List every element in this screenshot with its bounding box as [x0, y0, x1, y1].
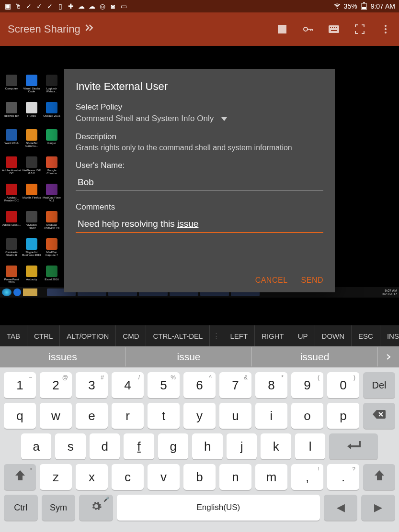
- key-8[interactable]: 8*: [255, 372, 287, 398]
- taskbar-time: 9:07 AM: [382, 289, 397, 292]
- desktop-shortcut: Recycle Bin: [2, 102, 21, 128]
- comments-input[interactable]: Need help resolving this issue: [76, 214, 323, 233]
- key-icon[interactable]: [302, 23, 314, 35]
- key-shift[interactable]: •: [4, 464, 36, 490]
- suggestion-item[interactable]: issued: [252, 347, 378, 366]
- key-w[interactable]: w: [40, 403, 72, 429]
- special-key-left[interactable]: LEFT: [223, 325, 255, 346]
- taskbar-date: 3/23/2017: [382, 292, 397, 296]
- key-space[interactable]: English(US): [117, 495, 320, 521]
- dialog-title: Invite External User: [76, 80, 323, 93]
- key-u[interactable]: u: [219, 403, 251, 429]
- svg-point-13: [385, 32, 387, 33]
- special-key-down[interactable]: DOWN: [315, 325, 352, 346]
- special-key-esc[interactable]: ESC: [352, 325, 380, 346]
- desktop-shortcut: Adobe Acrobat DC: [2, 156, 21, 183]
- special-key-right[interactable]: RIGHT: [255, 325, 291, 346]
- key-z[interactable]: z: [40, 464, 72, 490]
- key-y[interactable]: y: [183, 403, 216, 429]
- key-.[interactable]: .?: [327, 464, 359, 490]
- suggestion-item[interactable]: issue: [126, 347, 252, 366]
- more-vert-icon[interactable]: [380, 23, 391, 35]
- special-key-up[interactable]: UP: [291, 325, 315, 346]
- key-e[interactable]: e: [76, 403, 108, 429]
- desktop-shortcut: Computer: [2, 75, 21, 101]
- svg-rect-1: [363, 2, 365, 3]
- key-shift[interactable]: [363, 464, 395, 490]
- cloud-icon: ☁: [88, 2, 96, 10]
- special-key-cmd[interactable]: CMD: [116, 325, 146, 346]
- key-k[interactable]: k: [261, 433, 291, 459]
- key-7[interactable]: 7&: [219, 372, 251, 398]
- cancel-button[interactable]: CANCEL: [255, 276, 288, 285]
- svg-rect-10: [331, 30, 337, 31]
- special-key-tab[interactable]: TAB: [0, 325, 27, 346]
- suggestion-item[interactable]: issues: [0, 347, 126, 366]
- key-ctrl[interactable]: Ctrl: [4, 495, 38, 521]
- key-v[interactable]: v: [148, 464, 180, 490]
- key-a[interactable]: a: [21, 433, 51, 459]
- key-cursor-right[interactable]: ▶: [361, 495, 395, 521]
- special-key-ctrl[interactable]: CTRL: [27, 325, 60, 346]
- special-key-alt-option[interactable]: ALT/OPTION: [60, 325, 116, 346]
- fullscreen-icon[interactable]: [354, 23, 365, 35]
- key-m[interactable]: m: [255, 464, 287, 490]
- key-d[interactable]: d: [90, 433, 120, 459]
- policy-dropdown[interactable]: Command Shell and System Info Only: [76, 114, 323, 123]
- key-c[interactable]: c: [112, 464, 144, 490]
- android-status-bar: ▣ 🖱 ✓ ✓ ✓ ▯ ✚ ☁ ☁ ◎ ◙ ▭ 35% 9:07 AM: [0, 0, 399, 12]
- key-4[interactable]: 4/: [112, 372, 144, 398]
- key-f[interactable]: f: [124, 433, 154, 459]
- battery-percent: 35%: [344, 2, 357, 10]
- key-enter[interactable]: [329, 433, 378, 459]
- key-h[interactable]: h: [192, 433, 222, 459]
- key-1[interactable]: 1–: [4, 372, 36, 398]
- key-p[interactable]: p: [327, 403, 359, 429]
- key-,[interactable]: ,!: [291, 464, 323, 490]
- desktop-shortcut: Logitech Webca...: [42, 75, 61, 101]
- key-backspace[interactable]: [363, 403, 395, 429]
- policy-label: Select Policy: [76, 102, 323, 112]
- key-b[interactable]: b: [183, 464, 216, 490]
- screen-sharing-title[interactable]: Screen Sharing: [8, 23, 94, 35]
- key-s[interactable]: s: [55, 433, 85, 459]
- ie-icon: [13, 288, 21, 296]
- key-j[interactable]: j: [227, 433, 257, 459]
- key-3[interactable]: 3#: [76, 372, 108, 398]
- key-l[interactable]: l: [295, 433, 325, 459]
- send-button[interactable]: SEND: [301, 276, 323, 285]
- key-settings[interactable]: 🎤: [79, 495, 113, 521]
- key-o[interactable]: o: [291, 403, 323, 429]
- key-x[interactable]: x: [76, 464, 108, 490]
- key-r[interactable]: r: [112, 403, 144, 429]
- key-5[interactable]: 5%: [148, 372, 180, 398]
- key-6[interactable]: 6^: [183, 372, 216, 398]
- special-key-ctrl-alt-del[interactable]: CTRL-ALT-DEL: [146, 325, 210, 346]
- stop-icon[interactable]: [276, 23, 288, 35]
- key-9[interactable]: 9(: [291, 372, 323, 398]
- key-g[interactable]: g: [158, 433, 188, 459]
- desktop-shortcut: MadCap Flare V11: [42, 184, 61, 210]
- key-cursor-left[interactable]: ◀: [324, 495, 358, 521]
- wifi-icon: [333, 2, 341, 10]
- special-key-ins[interactable]: INS: [380, 325, 399, 346]
- key-i[interactable]: i: [255, 403, 287, 429]
- key-t[interactable]: t: [148, 403, 180, 429]
- chevron-double-right-icon: [84, 23, 94, 35]
- keyboard-icon[interactable]: [328, 23, 340, 35]
- key-q[interactable]: q: [4, 403, 36, 429]
- svg-point-11: [385, 25, 387, 27]
- key-2[interactable]: 2@: [40, 372, 72, 398]
- policy-selected-value: Command Shell and System Info Only: [76, 114, 214, 123]
- key-0[interactable]: 0): [327, 372, 359, 398]
- desktop-shortcut: MadCap Analyzer V8: [42, 211, 61, 237]
- key-sym[interactable]: Sym: [42, 495, 76, 521]
- key-n[interactable]: n: [219, 464, 251, 490]
- app-toolbar: Screen Sharing: [0, 12, 399, 46]
- backspace-icon: [372, 409, 387, 422]
- suggestion-expand-icon[interactable]: [378, 354, 399, 360]
- explorer-icon: [23, 288, 37, 296]
- username-input[interactable]: [76, 172, 323, 191]
- special-key--: ⋮: [210, 325, 223, 346]
- key-Del[interactable]: Del: [363, 372, 395, 398]
